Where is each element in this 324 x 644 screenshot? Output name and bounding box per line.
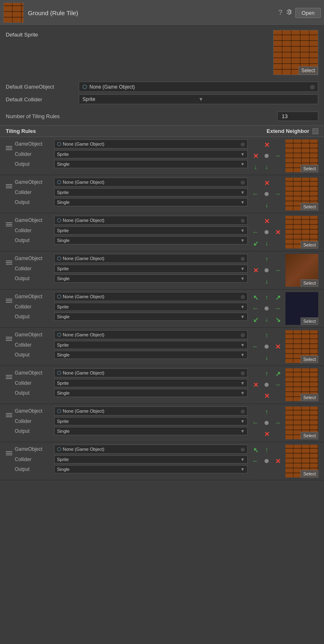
grid-cell-6-4 bbox=[261, 341, 272, 352]
go-input-7[interactable]: ⬡ None (Game Object) ◎ bbox=[54, 368, 248, 377]
out-label-4: Output bbox=[15, 276, 52, 281]
col-select-3[interactable]: Sprite ▼ bbox=[54, 226, 248, 235]
grid-cell-6-3: ← bbox=[250, 341, 261, 352]
header-icons: ? Open bbox=[278, 8, 321, 18]
grid-cell-4-5: → bbox=[272, 265, 283, 276]
rule-row-6: GameObject ⬡ None (Game Object) ◎ Collid… bbox=[0, 328, 324, 366]
rule-sprite-select-1[interactable]: Select bbox=[301, 165, 318, 172]
rule-grid-4: ↑✕→↓ bbox=[250, 254, 283, 287]
grid-cell-9-6 bbox=[250, 467, 261, 477]
drag-handle-5[interactable] bbox=[6, 292, 12, 303]
rule-sprite-select-6[interactable]: Select bbox=[301, 356, 318, 363]
go-input-9[interactable]: ⬡ None (Game Object) ◎ bbox=[54, 445, 248, 454]
rule-sprite-select-9[interactable]: Select bbox=[301, 470, 318, 477]
extend-neighbor-checkbox[interactable] bbox=[313, 128, 318, 134]
rule-sprite-6: Select bbox=[285, 330, 318, 363]
drag-handle-3[interactable] bbox=[6, 216, 12, 226]
settings-icon[interactable] bbox=[285, 9, 292, 17]
grid-cell-2-0 bbox=[250, 178, 261, 188]
rule-sprite-7: Select bbox=[285, 368, 318, 401]
rules-container: GameObject ⬡ None (Game Object) ◎ Collid… bbox=[0, 137, 324, 480]
grid-cell-7-3: ✕ bbox=[250, 379, 261, 390]
rule-fields-9: GameObject ⬡ None (Game Object) ◎ Collid… bbox=[15, 445, 248, 473]
col-label-4: Collider bbox=[15, 266, 52, 272]
go-input-6[interactable]: ⬡ None (Game Object) ◎ bbox=[54, 330, 248, 339]
tiling-rules-header: Tiling Rules Extend Neighbor bbox=[0, 125, 324, 137]
col-select-7[interactable]: Sprite ▼ bbox=[54, 379, 248, 387]
grid-cell-1-7: ↓ bbox=[261, 162, 272, 172]
col-label-7: Collider bbox=[15, 380, 52, 386]
tiling-count-section: Number of Tiling Rules 13 bbox=[0, 109, 324, 123]
out-select-1[interactable]: Single ▼ bbox=[54, 160, 248, 168]
default-collider-select[interactable]: Sprite ▼ bbox=[79, 94, 318, 104]
col-select-6[interactable]: Sprite ▼ bbox=[54, 341, 248, 349]
col-select-2[interactable]: Sprite ▼ bbox=[54, 188, 248, 196]
out-select-9[interactable]: Single ▼ bbox=[54, 465, 248, 473]
rule-row-4: GameObject ⬡ None (Game Object) ◎ Collid… bbox=[0, 251, 324, 290]
rule-sprite-select-8[interactable]: Select bbox=[301, 432, 318, 439]
grid-cell-2-3: ← bbox=[250, 189, 261, 199]
go-input-4[interactable]: ⬡ None (Game Object) ◎ bbox=[54, 254, 248, 263]
grid-cell-9-2 bbox=[272, 445, 283, 455]
go-input-1[interactable]: ⬡ None (Game Object) ◎ bbox=[54, 139, 248, 148]
grid-cell-5-5: → bbox=[272, 303, 283, 314]
target-icon[interactable]: ◎ bbox=[310, 84, 315, 90]
tiling-count-input[interactable]: 13 bbox=[277, 112, 318, 121]
col-select-4[interactable]: Sprite ▼ bbox=[54, 265, 248, 273]
default-sprite-select[interactable]: Select bbox=[299, 66, 318, 75]
rule-sprite-select-5[interactable]: Select bbox=[301, 317, 318, 325]
out-label-8: Output bbox=[15, 428, 52, 434]
drag-handle-6[interactable] bbox=[6, 330, 12, 341]
col-label-3: Collider bbox=[15, 228, 52, 233]
rule-fields-2: GameObject ⬡ None (Game Object) ◎ Collid… bbox=[15, 178, 248, 206]
rule-sprite-select-3[interactable]: Select bbox=[301, 241, 318, 249]
open-button[interactable]: Open bbox=[295, 8, 321, 18]
rule-grid-5: ↖↑↗←→↙↓↘ bbox=[250, 292, 283, 325]
grid-cell-4-8 bbox=[272, 276, 283, 287]
drag-handle-1[interactable] bbox=[6, 139, 12, 150]
col-select-1[interactable]: Sprite ▼ bbox=[54, 150, 248, 158]
go-label-8: GameObject bbox=[15, 408, 52, 414]
grid-cell-6-2 bbox=[272, 330, 283, 341]
grid-cell-2-7: ↓ bbox=[261, 200, 272, 210]
drag-handle-2[interactable] bbox=[6, 178, 12, 188]
out-select-7[interactable]: Single ▼ bbox=[54, 389, 248, 397]
rule-grid-9: ↖↑←✕ bbox=[250, 445, 283, 477]
go-input-5[interactable]: ⬡ None (Game Object) ◎ bbox=[54, 292, 248, 301]
out-label-6: Output bbox=[15, 352, 52, 358]
drag-handle-9[interactable] bbox=[6, 445, 12, 455]
col-select-8[interactable]: Sprite ▼ bbox=[54, 417, 248, 425]
col-label-2: Collider bbox=[15, 190, 52, 195]
out-select-6[interactable]: Single ▼ bbox=[54, 351, 248, 359]
default-gameobject-field[interactable]: ⬡ None (Game Object) ◎ bbox=[79, 82, 318, 92]
drag-handle-4[interactable] bbox=[6, 254, 12, 265]
col-select-9[interactable]: Sprite ▼ bbox=[54, 455, 248, 464]
rule-sprite-select-2[interactable]: Select bbox=[301, 203, 318, 210]
grid-cell-6-0 bbox=[250, 330, 261, 341]
rule-row-7: GameObject ⬡ None (Game Object) ◎ Collid… bbox=[0, 366, 324, 404]
out-select-4[interactable]: Single ▼ bbox=[54, 274, 248, 283]
out-select-5[interactable]: Single ▼ bbox=[54, 313, 248, 321]
rule-row-8: GameObject ⬡ None (Game Object) ◎ Collid… bbox=[0, 404, 324, 442]
grid-cell-9-0: ↖ bbox=[250, 445, 261, 455]
out-select-3[interactable]: Single ▼ bbox=[54, 236, 248, 244]
rule-row-9: GameObject ⬡ None (Game Object) ◎ Collid… bbox=[0, 442, 324, 480]
header-icon bbox=[3, 2, 24, 23]
grid-cell-2-1: ✕ bbox=[261, 178, 272, 188]
out-select-8[interactable]: Single ▼ bbox=[54, 427, 248, 435]
go-input-2[interactable]: ⬡ None (Game Object) ◎ bbox=[54, 178, 248, 187]
rule-fields-1: GameObject ⬡ None (Game Object) ◎ Collid… bbox=[15, 139, 248, 168]
help-icon[interactable]: ? bbox=[278, 9, 282, 16]
rule-sprite-5: Select bbox=[285, 292, 318, 325]
out-label-5: Output bbox=[15, 314, 52, 320]
drag-handle-7[interactable] bbox=[6, 368, 12, 379]
out-select-2[interactable]: Single ▼ bbox=[54, 198, 248, 206]
drag-handle-8[interactable] bbox=[6, 406, 12, 417]
rule-sprite-select-4[interactable]: Select bbox=[301, 279, 318, 287]
go-input-8[interactable]: ⬡ None (Game Object) ◎ bbox=[54, 406, 248, 416]
col-select-5[interactable]: Sprite ▼ bbox=[54, 303, 248, 311]
go-input-3[interactable]: ⬡ None (Game Object) ◎ bbox=[54, 216, 248, 225]
rule-sprite-8: Select bbox=[285, 406, 318, 439]
grid-cell-8-6 bbox=[250, 429, 261, 439]
rule-sprite-select-7[interactable]: Select bbox=[301, 394, 318, 401]
